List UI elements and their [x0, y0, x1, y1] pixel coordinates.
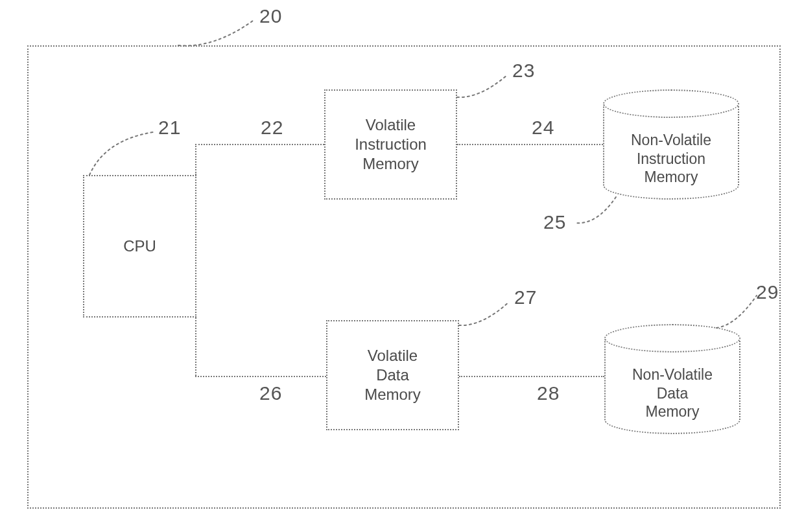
label-27: 27	[514, 286, 537, 308]
lead-21	[86, 128, 157, 179]
nonvolatile-data-memory-label: Non-Volatile Data Memory	[632, 365, 713, 421]
cpu-label: CPU	[123, 237, 156, 256]
connector-cpu-to-data-h	[195, 376, 326, 377]
label-20: 20	[259, 5, 282, 27]
label-29: 29	[756, 281, 779, 303]
nonvolatile-instruction-memory-cylinder: Non-Volatile Instruction Memory	[603, 89, 739, 200]
volatile-data-memory-label: Volatile Data Memory	[364, 346, 421, 404]
lead-20	[175, 13, 259, 49]
connector-cpu-to-data-v	[195, 318, 196, 376]
label-21: 21	[158, 117, 181, 139]
label-28: 28	[537, 382, 560, 404]
connector-cpu-to-instr-h	[195, 144, 324, 145]
volatile-instruction-memory-label: Volatile Instruction Memory	[355, 115, 427, 174]
volatile-data-memory-block: Volatile Data Memory	[326, 320, 459, 430]
lead-27	[456, 298, 514, 330]
connector-data-to-nvdata	[459, 376, 604, 377]
nonvolatile-data-memory-cylinder: Non-Volatile Data Memory	[604, 324, 740, 434]
volatile-instruction-memory-block: Volatile Instruction Memory	[324, 89, 457, 200]
lead-25	[571, 194, 622, 230]
nonvolatile-instruction-memory-label: Non-Volatile Instruction Memory	[631, 131, 711, 187]
cpu-block: CPU	[83, 175, 196, 318]
label-22: 22	[261, 117, 283, 139]
label-25: 25	[543, 211, 566, 233]
connector-cpu-to-instr-v	[195, 144, 196, 175]
connector-instr-to-nvinstr	[457, 144, 603, 145]
label-24: 24	[532, 117, 554, 139]
lead-23	[454, 71, 512, 104]
diagram-stage: CPU Volatile Instruction Memory Volatile…	[0, 0, 804, 532]
label-23: 23	[512, 60, 535, 82]
label-26: 26	[259, 382, 282, 404]
lead-29	[710, 292, 762, 330]
